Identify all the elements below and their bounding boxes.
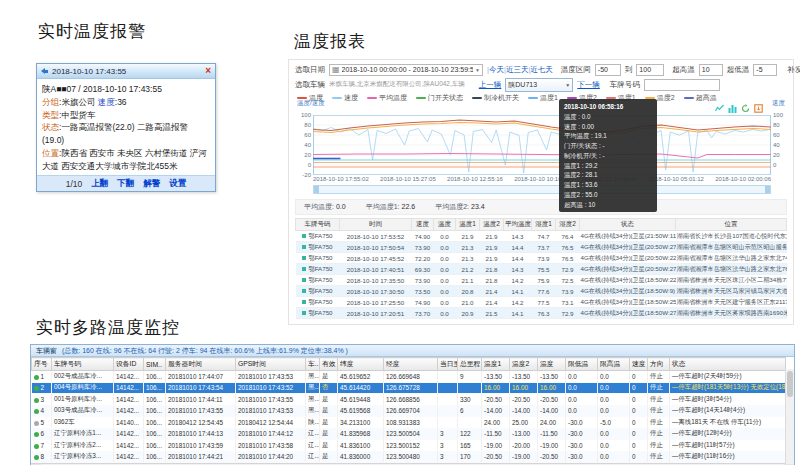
legend-item[interactable]: 超高温	[684, 93, 717, 103]
clear-alarm-button[interactable]: 解警	[143, 178, 160, 190]
monitor-col-车..[interactable]: 车..	[306, 358, 320, 371]
page-up-button[interactable]: 上翻	[91, 178, 108, 190]
stat-item: 平均温度2:23.4	[435, 202, 484, 212]
range-to-input[interactable]	[636, 64, 664, 76]
monitor-col-当日里程[interactable]: 当日里程	[438, 358, 458, 371]
tooltip-row: 温度1 : 53.6	[564, 180, 652, 190]
type-value: 中型货车	[61, 110, 95, 120]
vertical-scrollbar[interactable]	[785, 369, 794, 464]
date-range-input[interactable]: ▦ 2018-10-10 00:00:00 - 2018-10-10 23:59…	[329, 64, 483, 76]
monitor-table-row[interactable]: 6辽宁原料冷冻1...14142...106...20181010 17:44:…	[32, 428, 786, 440]
temperature-chart[interactable]	[313, 115, 771, 175]
tooltip-row: 温度 : 0.0	[564, 112, 652, 122]
monitor-col-经度[interactable]: 经度	[384, 358, 438, 371]
monitor-panel: 车辆窗 (总数: 160 在线: 96 不在线: 64 行驶: 2 停车: 94…	[30, 344, 795, 465]
legend-item[interactable]: 温度1	[528, 93, 558, 103]
y-tick-right: 40	[773, 142, 787, 148]
report-table-row[interactable]: 鄂FA7502018-10-10 17:45:5272.200.021.321.…	[296, 253, 787, 264]
legend-dash	[332, 97, 342, 99]
monitor-col-限高温[interactable]: 限高温	[598, 358, 630, 371]
monitor-table-row[interactable]: 50362车14140...106...20180412 12:54:45201…	[32, 417, 786, 429]
save-image-icon[interactable]	[754, 99, 763, 108]
monitor-col-限低温[interactable]: 限低温	[566, 358, 598, 371]
quick-link-今天[interactable]: 今天	[489, 65, 504, 74]
monitor-table-row[interactable]: 3001号原料库冷...14142...106...20181010 17:44…	[32, 394, 786, 406]
zoom-handle-left[interactable]	[314, 186, 319, 193]
report-table-row[interactable]: 鄂FA7502018-10-10 17:40:5169.300.021.221.…	[296, 264, 787, 275]
monitor-col-序号[interactable]: 序号	[32, 358, 52, 371]
vehicle-icon	[302, 278, 306, 282]
close-icon[interactable]: ×	[205, 66, 211, 76]
quick-link-近七天[interactable]: 近七天	[530, 65, 553, 74]
high-temp-label: 超高温	[672, 65, 695, 75]
alarm-type-line: 类型:中型货车	[42, 109, 210, 122]
monitor-table-row[interactable]: 4003号成品库冷...14142...106...20181010 17:43…	[32, 405, 786, 417]
quick-link-近三天[interactable]: 近三天	[506, 65, 529, 74]
tooltip-title: 2018-10-10 06:58:16	[564, 102, 652, 112]
monitor-table-row[interactable]: 7辽宁原料冷冻2...14142...106...20181010 17:43:…	[32, 440, 786, 452]
monitor-col-GPS时间[interactable]: GPS时间	[236, 358, 306, 371]
legend-item[interactable]: 门开关状态	[416, 93, 463, 103]
monitor-table-row[interactable]: 1002号成品库冷...14142...106...20181010 17:44…	[32, 371, 786, 383]
monitor-col-服务器时间[interactable]: 服务器时间	[166, 358, 236, 371]
page-down-button[interactable]: 下翻	[117, 178, 134, 190]
prev-vehicle-button[interactable]: 上一辆	[479, 80, 502, 90]
legend-item[interactable]: 速度	[332, 93, 358, 103]
report-section-title: 温度报表	[294, 30, 794, 53]
high-temp-input[interactable]	[699, 64, 723, 76]
line-chart-icon[interactable]	[715, 99, 724, 108]
report-table-row[interactable]: 鄂FA7502018-10-10 17:25:5074.900.021.021.…	[296, 297, 787, 308]
monitor-col-总里程[interactable]: 总里程	[458, 358, 482, 371]
tooltip-row: 温度2 : 28.1	[564, 170, 652, 180]
vertical-scroll-thumb[interactable]	[787, 371, 793, 397]
monitor-table-wrap: 序号车牌号码设备IDSIM..服务器时间GPS时间车..有效纬度经度当日里程总里…	[31, 357, 786, 463]
legend-item[interactable]: 平均温度	[367, 93, 407, 103]
legend-dash	[528, 97, 538, 99]
tooltip-row: 平均温度 : 19.1	[564, 131, 652, 141]
monitor-table-row[interactable]: 8辽宁原料冷冻3...14142...106...20181010 17:44:…	[32, 451, 786, 463]
vehicle-select[interactable]: 陕DU713 ▼	[505, 78, 573, 92]
settings-button[interactable]: 设置	[169, 178, 186, 190]
bar-chart-icon[interactable]	[728, 99, 737, 108]
low-temp-input[interactable]	[753, 64, 777, 76]
zoom-handle-right[interactable]	[765, 186, 770, 193]
monitor-col-有效[interactable]: 有效	[320, 358, 338, 371]
data-zoom-slider[interactable]	[313, 185, 771, 194]
monitor-col-SIM..[interactable]: SIM..	[144, 358, 166, 371]
restore-icon[interactable]	[741, 99, 750, 108]
screenshot-canvas: 实时温度报警 2018-10-10 17:43:55 × 陕A■■07 / 20…	[0, 0, 800, 465]
report-col-平均温度: 平均温度	[504, 219, 532, 231]
monitor-section: 实时多路温度监控 车辆窗 (总数: 160 在线: 96 不在线: 64 行驶:…	[30, 316, 795, 465]
monitor-col-速度[interactable]: 速度	[630, 358, 648, 371]
alarm-dialog-footer: 1/10 上翻 下翻 解警 设置	[37, 175, 215, 191]
monitor-col-状态[interactable]: 状态	[670, 358, 786, 371]
vehicle-window-info-bar: 车辆窗 (总数: 160 在线: 96 不在线: 64 行驶: 2 停车: 94…	[31, 345, 794, 357]
report-table-row[interactable]: 鄂FA7502018-10-10 17:50:5473.900.021.321.…	[296, 242, 787, 253]
report-table-row[interactable]: 鄂FA7502018-10-10 17:30:5073.500.020.821.…	[296, 286, 787, 297]
range-from-input[interactable]	[595, 64, 621, 76]
alarm-section: 实时温度报警 2018-10-10 17:43:55 × 陕A■■07 / 20…	[36, 20, 256, 192]
monitor-col-设备ID[interactable]: 设备ID	[114, 358, 144, 371]
vehicle-status-icon	[34, 432, 39, 437]
monitor-col-温度1[interactable]: 温度1	[482, 358, 510, 371]
monitor-table-row[interactable]: 2004号原料库冷...14142...106...20181010 17:43…	[32, 382, 786, 394]
monitor-col-方向[interactable]: 方向	[648, 358, 670, 371]
report-table-row[interactable]: 鄂FA7502018-10-10 17:53:5274.900.021.921.…	[296, 231, 787, 242]
legend-label: 温度1	[540, 93, 558, 103]
calendar-icon: ▦	[332, 65, 340, 74]
monitor-col-温度2[interactable]: 温度2	[510, 358, 538, 371]
report-table-row[interactable]: 鄂FA7502018-10-10 17:35:5073.900.021.121.…	[296, 275, 787, 286]
monitor-col-车牌号码[interactable]: 车牌号码	[52, 358, 114, 371]
plate-label: 车牌号码	[610, 80, 640, 90]
y-tick-right: 0	[773, 162, 787, 168]
monitor-col-纬度[interactable]: 纬度	[338, 358, 384, 371]
monitor-col-温度[interactable]: 温度	[538, 358, 566, 371]
legend-dash	[472, 97, 482, 99]
plate-input[interactable]	[644, 79, 720, 91]
quick-links: |今天|近三天|近七天	[487, 65, 553, 75]
report-filter-row-vehicle: 选取车辆 米旗车辆,北京米旗配送有限公司,陕AU042,车辆 上一辆 陕DU71…	[295, 77, 787, 92]
speed-label: 速度	[98, 97, 115, 107]
legend-item[interactable]: 制冷机开关	[472, 93, 519, 103]
vehicle-select-value: 陕DU713	[508, 80, 537, 90]
next-vehicle-button[interactable]: 下一辆	[577, 80, 600, 90]
